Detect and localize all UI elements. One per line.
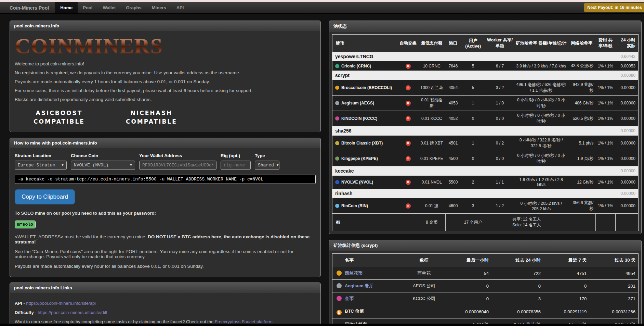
separator: -: [34, 310, 38, 315]
copy-to-clipboard-button[interactable]: Copy to Clipboard: [15, 189, 75, 204]
pool-hashrate-cell: 0 小时/秒 / 205.2 kh/s / 205.2 kh/s: [514, 198, 568, 214]
rig-name-input[interactable]: [221, 161, 251, 170]
users-cell: 1: [461, 136, 485, 151]
users-count: 0: [472, 156, 474, 161]
totals-workers: 共享: 12 名工人Solo: 14 名工人: [485, 214, 568, 231]
workers-cell: 1 / 0: [485, 96, 514, 111]
workers-cell: 0 / 0: [485, 151, 514, 166]
rig-input-wrap: [221, 161, 251, 170]
stats-value-cell: 0: [443, 292, 491, 305]
network-hashrate-cell: 5.1 ph/s: [568, 136, 596, 151]
navbar: Coin-Miners Pool HomePoolWalletGraphsMin…: [0, 2, 644, 14]
algo-group-content: yespowerLTNCG0.60442: [335, 54, 635, 59]
coin-name-link[interactable]: Broccolicoin (BROCCOLI): [341, 85, 392, 90]
miner-command-box[interactable]: -a keccakc -o stratum+tcp://eu.coin-mine…: [15, 175, 316, 184]
users-count[interactable]: 1: [472, 101, 474, 105]
algo-24h-value: 0.00000: [621, 191, 635, 196]
actual-24h-cell: 0.00000: [615, 198, 638, 214]
choose-coin-label: Choose Coin: [71, 153, 135, 158]
nav-item-miners[interactable]: Miners: [147, 2, 171, 13]
nav-item-home[interactable]: Home: [55, 2, 78, 13]
stats-row-label: BTC 价值: [345, 309, 364, 314]
fees-cell: 1% / 1%: [595, 136, 615, 151]
intro-paragraph: Welcome to pool.coin-miners.info!: [15, 61, 316, 66]
auto-exchange-cell: ✕: [398, 80, 418, 96]
stats-value-cell: 4751: [543, 267, 589, 280]
stats-value-cell: 54: [443, 267, 491, 280]
port-cell: 4501: [446, 136, 461, 151]
stats-value-cell: 4954: [589, 267, 638, 280]
right-column: 池状态 硬币自动交换最低支付额港口用户 (Active)Worker 共享/单独…: [329, 21, 642, 326]
pool-hashrate-cell: 1.6 Gh/s / 1.2 Gh/s / 2.8 Gh/s: [514, 176, 568, 189]
actual-24h-cell: 0.00000: [615, 80, 638, 96]
nav-item-wallet[interactable]: Wallet: [97, 2, 121, 13]
auto-exchange-cell: ✕: [398, 151, 418, 166]
page-content: pool.coin-miners.info COINMINERS Welcome…: [0, 14, 644, 326]
stats-coin-link[interactable]: 西兰花币: [345, 271, 363, 276]
workers-cell: 3 / 2: [485, 80, 514, 96]
coin-name-link[interactable]: KINDCOIN (KCCC): [341, 116, 377, 121]
difficulty-link[interactable]: https://pool.coin-miners.info/site/diff: [38, 310, 107, 315]
stats-name-cell: ₿BTC 价值: [332, 305, 406, 318]
column-header: 费用 共享/单独: [595, 35, 615, 52]
coin-name-link[interactable]: Crionic (CRNC): [341, 64, 371, 68]
nvolve-coin-icon: [335, 180, 339, 184]
stats-coin-link[interactable]: 金币: [345, 296, 354, 301]
stats-value-cell: 0.00078356: [491, 305, 543, 318]
auto-exchange-cell: ✕: [398, 198, 418, 214]
nicehash-compatible-badge: NICEHASH COMPATIBLE: [126, 109, 177, 126]
users-cell: 5: [461, 80, 485, 96]
intro-paragraph: No registration is required, we do payou…: [15, 70, 316, 75]
links-panel: pool.coin-miners.info Links API - https:…: [10, 283, 321, 326]
coin-name-link[interactable]: Aegisum (AEGS): [341, 101, 374, 105]
stats-symbol-cell: 西兰花: [406, 267, 442, 280]
min-payout-cell: 0.01 智能格斯: [418, 96, 446, 111]
chevron-down-icon: ▼: [277, 163, 279, 167]
left-column: pool.coin-miners.info COINMINERS Welcome…: [10, 21, 321, 326]
users-cell: 1: [461, 96, 485, 111]
workers-cell: 6 / 7: [485, 61, 514, 71]
type-label: Type: [255, 153, 279, 158]
choose-coin-select[interactable]: NVOLVE (NVOL) ▼: [71, 161, 135, 170]
coin-row: RinCoin (RIN)✕0.01 凛460031 / 20 小时/秒 / 2…: [332, 198, 639, 214]
pool-hashrate-cell: 0 小时/秒 / 322.8 塔/秒 / 322.8 塔/秒: [514, 136, 568, 151]
stats-coin-link[interactable]: Aegisum 餐厅: [345, 283, 374, 288]
workers-cell: 0 / 0: [485, 111, 514, 126]
api-link[interactable]: https://pool.coin-miners.info/site/api: [26, 301, 96, 306]
badge-line: COMPATIBLE: [34, 117, 85, 126]
fees-cell: 1% / 1%: [595, 80, 615, 96]
coin-name-link[interactable]: Bitcoin Classic (XBT): [341, 141, 383, 146]
port-cell: 5500: [446, 176, 461, 189]
coin-cell: Bitcoin Classic (XBT): [332, 136, 398, 151]
coin-name-link[interactable]: NVOLVE (NVOL): [341, 180, 373, 185]
pool-status-table: 硬币自动交换最低支付额港口用户 (Active)Worker 共享/单独矿池哈希…: [332, 34, 639, 231]
min-payout-cell: 10 CRNC: [418, 61, 446, 71]
pool-stats-rows: 西兰花币西兰花5472247514954Aegisum 餐厅AEGS 公司000…: [332, 267, 639, 326]
auto-exchange-disabled-icon: ✕: [406, 116, 411, 121]
algo-group-row: rinhash0.00000: [332, 189, 639, 198]
wallet-address-input[interactable]: [139, 161, 216, 170]
column-header: 最后一小时: [443, 254, 491, 267]
stratum-location-select[interactable]: Europe Stratum ▼: [15, 161, 67, 170]
actual-24h-cell: 0.00000: [615, 136, 638, 151]
stats-name-cell: Aegisum 餐厅: [332, 280, 406, 292]
column-header: 过去 30 天: [589, 254, 638, 267]
kingpepe-coin-icon: [335, 156, 339, 161]
coin-cell: Crionic (CRNC): [332, 61, 398, 71]
broccolicoin-coin-icon: [335, 86, 339, 90]
pool-stats-body: 名字象征最后一小时过去 24 小时最近 7 天过去 30 天 西兰花币西兰花54…: [329, 251, 641, 326]
links-panel-body: API - https://pool.coin-miners.info/site…: [10, 293, 320, 326]
algo-name: keccakc: [335, 168, 354, 174]
wallet-address-label: Your Wallet Address: [139, 153, 216, 158]
nav-item-api[interactable]: API: [171, 2, 189, 13]
coin-name-link[interactable]: RinCoin (RIN): [341, 203, 368, 208]
nav-item-graphs[interactable]: Graphs: [121, 2, 147, 13]
totals-workers-line: 共享: 12 名工人: [487, 216, 566, 222]
nav-item-pool[interactable]: Pool: [78, 2, 97, 13]
actual-24h-cell: 0.00000: [615, 96, 638, 111]
solo-instruction-text: To SOLO mine on our pool you need to add…: [15, 211, 316, 216]
coin-name-link[interactable]: Kingpepe (KPEPE): [341, 156, 378, 161]
type-select[interactable]: Shared ▼: [255, 161, 279, 170]
users-count: 5: [472, 64, 474, 68]
next-payout-badge: Next Payout: in 16 minutes: [584, 3, 644, 12]
